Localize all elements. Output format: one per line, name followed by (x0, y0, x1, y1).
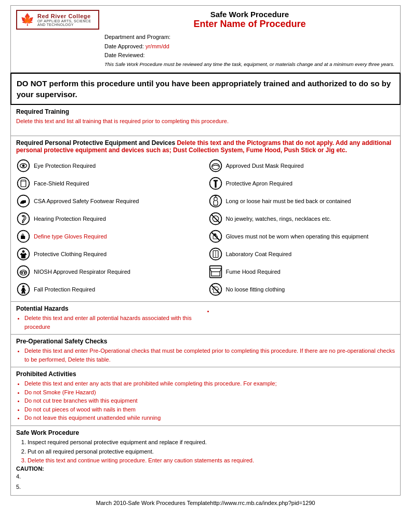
ppe-label-nogloves: Gloves must not be worn when operating t… (226, 233, 369, 240)
prohibited-activities-list: Delete this text and enter any acts that… (24, 379, 395, 422)
ppe-label-hair: Long or loose hair must be tied back or … (226, 197, 351, 205)
svg-point-12 (18, 266, 30, 278)
ppe-item: No loose fitting clothing (208, 281, 395, 298)
step4: 4. (16, 472, 395, 482)
potential-hazards-content: Potential Hazards Delete this text and e… (16, 305, 395, 331)
ppe-item: Face-Shield Required (16, 175, 203, 192)
no-gloves-icon (208, 229, 223, 244)
required-training-section: Required Training Delete this text and l… (10, 105, 401, 137)
fall-protection-icon (16, 282, 31, 297)
fume-hood-icon (208, 264, 223, 279)
potential-hazards-section: Potential Hazards Delete this text and e… (10, 302, 401, 335)
no-loose-clothing-icon (208, 282, 223, 297)
svg-point-15 (24, 272, 25, 274)
no-jewelry-icon (208, 211, 223, 226)
svg-point-2 (22, 165, 25, 167)
logo-leaf-icon: 🍁 (20, 14, 34, 25)
hearing-protection-icon (16, 211, 31, 226)
swp-section: Safe Work Procedure Inspect required per… (10, 426, 401, 496)
ppe-item: Fall Protection Required (16, 281, 203, 298)
college-sub: OF APPLIED ARTS, SCIENCE AND TECHNOLOGY (37, 19, 95, 26)
lab-coat-icon (208, 247, 223, 261)
potential-hazards-title: Potential Hazards (16, 305, 206, 312)
warning-banner-text: DO NOT perform this procedure until you … (17, 79, 391, 99)
list-item: Do not cut tree branches with this equip… (24, 396, 395, 405)
ppe-item: Eye Protection Required (16, 157, 203, 175)
ppe-label-clothing: Protective Clothing Required (34, 250, 107, 258)
list-item: Do not cut pieces of wood with nails in … (24, 405, 395, 414)
list-item: Put on all required personal protective … (28, 447, 395, 457)
footer: March 2010-Safe Work Procedures Template… (10, 500, 401, 506)
ppe-label-apron: Protective Apron Required (226, 180, 293, 187)
ppe-label-hearing: Hearing Protection Required (34, 215, 106, 222)
eye-protection-icon (16, 158, 31, 173)
svg-rect-35 (211, 272, 219, 276)
ppe-item: Hearing Protection Required (16, 210, 203, 228)
svg-point-20 (209, 160, 221, 172)
dust-mask-icon (208, 158, 223, 173)
procedure-name: Enter Name of Procedure (104, 19, 395, 30)
logo-area: 🍁 Red River College OF APPLIED ARTS, SCI… (16, 10, 99, 30)
review-note: This Safe Work Procedure must be reviewe… (104, 60, 395, 68)
list-item: Delete this text and continue writing pr… (28, 456, 395, 466)
header-right: Safe Work Procedure Enter Name of Proced… (99, 10, 395, 68)
list-item: Do not leave this equipment unattended w… (24, 414, 395, 422)
hair-tied-icon (208, 194, 223, 208)
ppe-item: Gloves must not be worn when operating t… (208, 228, 395, 245)
ppe-label-footwear: CSA Approved Safety Footwear Required (34, 197, 139, 205)
ppe-item: Laboratory Coat Required (208, 245, 395, 263)
date-approved-value: yr/mm/dd (145, 43, 169, 49)
footer-link[interactable]: http://www.rrc.mb.ca/index.php?pid=1290 (210, 500, 315, 506)
ppe-title: Required Personal Protective Equipment a… (16, 139, 395, 154)
ppe-label-gloves: Define type Gloves Required (34, 233, 107, 240)
ppe-left-col: Eye Protection Required Face-Shield Requ… (16, 157, 203, 298)
swp-steps: Inspect required personal protective equ… (19, 438, 395, 466)
ppe-label-labcoat: Laboratory Coat Required (226, 250, 292, 258)
pre-operational-title: Pre-Operational Safety Checks (16, 338, 395, 345)
potential-hazards-list-right (214, 307, 395, 315)
svg-point-21 (211, 164, 219, 169)
respirator-icon (16, 264, 31, 279)
footer-text: March 2010-Safe Work Procedures Template (96, 500, 210, 506)
ppe-label-eye: Eye Protection Required (34, 162, 96, 169)
prohibited-activities-title: Prohibited Activities (16, 370, 395, 378)
ppe-item: Fume Hood Required (208, 263, 395, 281)
safety-footwear-icon (16, 194, 31, 208)
swp-title: Safe Work Procedure (16, 429, 395, 436)
header-meta: Department and Program: Date Approved: y… (104, 33, 395, 68)
required-training-title: Required Training (16, 108, 395, 115)
prohibited-activities-section: Prohibited Activities Delete this text a… (10, 367, 401, 426)
protective-apron-icon (208, 176, 223, 191)
ppe-item: Approved Dust Mask Required (208, 157, 395, 175)
list-item: Delete this text and enter any acts that… (24, 379, 395, 388)
required-training-body: Delete this text and list all training t… (16, 117, 395, 126)
caution-label: CAUTION: (16, 466, 395, 472)
header-title: Safe Work Procedure (104, 10, 395, 19)
gloves-required-icon (16, 229, 31, 244)
ppe-label-faceshield: Face-Shield Required (34, 180, 89, 187)
ppe-item: Protective Clothing Required (16, 245, 203, 263)
list-item: Delete this text and enter all potential… (24, 314, 206, 331)
svg-point-3 (18, 178, 30, 190)
ppe-label-noloooseclothing: No loose fitting clothing (226, 286, 285, 293)
list-item: Do not Smoke (Fire Hazard) (24, 388, 395, 397)
ppe-label-dustmask: Approved Dust Mask Required (226, 162, 304, 169)
ppe-grid: Eye Protection Required Face-Shield Requ… (16, 157, 395, 298)
step5: 5. (16, 482, 395, 493)
department-line: Department and Program: (104, 33, 395, 42)
ppe-item: Long or loose hair must be tied back or … (208, 192, 395, 210)
header: 🍁 Red River College OF APPLIED ARTS, SCI… (10, 5, 401, 73)
list-item: Delete this text and enter Pre-Operation… (24, 347, 395, 364)
ppe-label-jewelry: No jewelry, watches, rings, necklaces et… (226, 215, 332, 222)
svg-point-14 (21, 272, 23, 274)
face-shield-icon (16, 176, 31, 191)
ppe-item: Protective Apron Required (208, 175, 395, 192)
svg-point-24 (214, 197, 217, 201)
logo-text-block: Red River College OF APPLIED ARTS, SCIEN… (37, 13, 95, 26)
page-wrapper: 🍁 Red River College OF APPLIED ARTS, SCI… (10, 5, 401, 506)
ppe-item: NIOSH Approved Respirator Required (16, 263, 203, 281)
ppe-label-respirator: NIOSH Approved Respirator Required (34, 268, 130, 275)
warning-banner: DO NOT perform this procedure until you … (10, 73, 401, 105)
potential-hazards-left: Potential Hazards Delete this text and e… (16, 305, 206, 331)
svg-point-13 (20, 270, 27, 275)
